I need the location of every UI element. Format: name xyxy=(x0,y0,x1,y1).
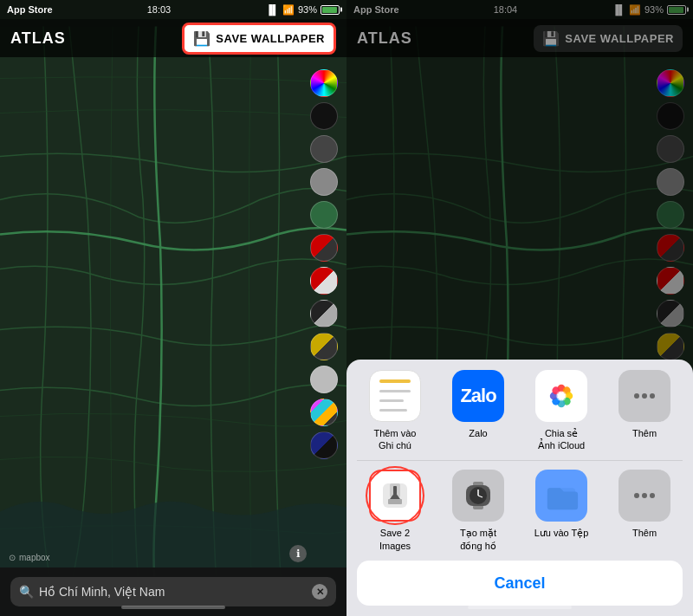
right-panel: App Store 18:04 ▐▌ 📶 93% ATLAS 💾 SAVE WA… xyxy=(346,0,693,616)
swatch-rainbow[interactable] xyxy=(310,69,338,97)
share-item-icloud-photos[interactable]: Chia sẻẢnh iCloud xyxy=(530,370,593,452)
watch-label: Tạo mặtđồng hồ xyxy=(460,527,496,552)
right-home-indicator xyxy=(468,606,572,609)
left-battery-text: 93% xyxy=(298,4,317,15)
share-item-more1[interactable]: Thêm xyxy=(613,370,676,452)
save-images-label: Save 2Images xyxy=(379,527,411,552)
mapbox-icon: ⊙ xyxy=(9,553,16,562)
swatch-blue-dark[interactable] xyxy=(310,431,338,459)
more-icon-1 xyxy=(619,370,670,422)
notes-label: Thêm vàoGhi chú xyxy=(374,427,417,452)
save-circle-ring xyxy=(366,466,424,525)
search-input-box[interactable]: 🔍 Hồ Chí Minh, Việt Nam ✕ xyxy=(10,577,336,606)
left-navbar: ATLAS 💾 SAVE WALLPAPER xyxy=(0,19,346,57)
left-home-indicator xyxy=(121,606,225,609)
share-row-1: Thêm vàoGhi chú Zalo Zalo xyxy=(357,370,683,452)
swatch-green[interactable] xyxy=(310,201,338,229)
search-value: Hồ Chí Minh, Việt Nam xyxy=(39,585,307,599)
left-status-right: ▐▌ 📶 93% xyxy=(265,4,340,16)
share-row-2: Save 2Images Tạo mặtđồng hồ xyxy=(357,470,683,552)
zalo-label: Zalo xyxy=(469,427,487,439)
wifi-icon: 📶 xyxy=(282,4,295,16)
swatch-multi[interactable] xyxy=(310,399,338,426)
left-save-label: SAVE WALLPAPER xyxy=(216,32,325,45)
search-magnifier-icon: 🔍 xyxy=(19,585,34,599)
left-app-title: ATLAS xyxy=(10,29,66,48)
icloud-photos-label: Chia sẻẢnh iCloud xyxy=(538,427,585,452)
cancel-button[interactable]: Cancel xyxy=(357,561,683,606)
info-button[interactable]: ℹ xyxy=(289,545,307,562)
share-sheet: Thêm vàoGhi chú Zalo Zalo xyxy=(346,360,693,616)
share-item-more2[interactable]: Thêm xyxy=(613,470,676,552)
svg-point-10 xyxy=(556,391,567,401)
zalo-app-icon: Zalo xyxy=(452,370,504,422)
notes-app-icon xyxy=(369,370,421,422)
left-status-bar: App Store 18:03 ▐▌ 📶 93% xyxy=(0,0,346,19)
swatch-red-white[interactable] xyxy=(310,267,338,295)
cancel-label: Cancel xyxy=(494,574,545,593)
mapbox-label: mapbox xyxy=(19,553,50,562)
left-battery-icon xyxy=(321,5,340,15)
left-save-button[interactable]: 💾 SAVE WALLPAPER xyxy=(182,23,336,55)
share-divider xyxy=(357,460,683,461)
left-time: 18:03 xyxy=(147,4,172,15)
mapbox-credit: ⊙ mapbox xyxy=(9,553,50,562)
files-icon xyxy=(535,470,587,522)
more2-label: Thêm xyxy=(632,527,657,539)
save-icon: 💾 xyxy=(193,30,211,47)
more-icon-2 xyxy=(619,470,670,522)
share-item-files[interactable]: Lưu vào Tệp xyxy=(530,470,593,552)
photos-app-icon xyxy=(535,370,587,422)
left-color-palette xyxy=(310,69,338,459)
swatch-black[interactable] xyxy=(310,102,338,130)
swatch-dark-red[interactable] xyxy=(310,234,338,262)
share-item-save-images[interactable]: Save 2Images xyxy=(364,470,426,552)
swatch-half-dark[interactable] xyxy=(310,300,338,327)
zalo-text: Zalo xyxy=(460,385,495,407)
files-label: Lưu vào Tệp xyxy=(534,527,589,539)
swatch-gray[interactable] xyxy=(310,168,338,196)
map-background xyxy=(0,0,346,616)
save-images-icon xyxy=(369,470,421,522)
signal-icon: ▐▌ xyxy=(265,4,279,15)
watch-icon xyxy=(452,470,504,522)
left-store-label: App Store xyxy=(7,4,53,15)
clear-search-button[interactable]: ✕ xyxy=(312,584,327,600)
share-item-zalo[interactable]: Zalo Zalo xyxy=(447,370,509,452)
share-item-watch[interactable]: Tạo mặtđồng hồ xyxy=(447,470,509,552)
left-panel: App Store 18:03 ▐▌ 📶 93% ATLAS 💾 SAVE WA… xyxy=(0,0,346,616)
swatch-light-gray[interactable] xyxy=(310,366,338,393)
swatch-yellow-dark[interactable] xyxy=(310,333,338,360)
more1-label: Thêm xyxy=(632,427,657,439)
swatch-dark-gray[interactable] xyxy=(310,135,338,163)
share-item-notes[interactable]: Thêm vàoGhi chú xyxy=(364,370,426,452)
